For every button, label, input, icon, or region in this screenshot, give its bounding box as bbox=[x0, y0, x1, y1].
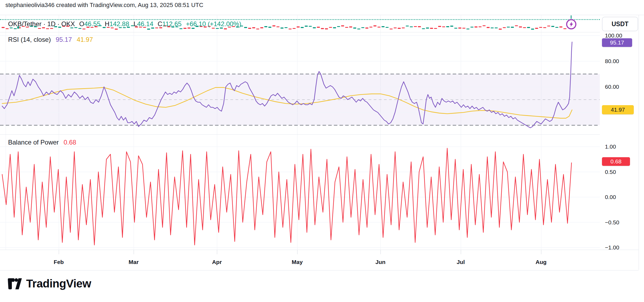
mini-candle bbox=[386, 27, 389, 28]
ohlc-low: L46.14 bbox=[134, 20, 153, 28]
mini-candle bbox=[470, 27, 473, 28]
mini-candle bbox=[285, 27, 288, 28]
mini-candle bbox=[212, 28, 215, 29]
attribution-text: stephanieolivia346 created with TradingV… bbox=[5, 2, 203, 9]
month-label[interactable]: Feb bbox=[54, 259, 64, 265]
tradingview-wordmark: TradingView bbox=[26, 277, 91, 290]
mini-candle bbox=[46, 28, 49, 29]
mini-candle bbox=[147, 29, 150, 30]
mini-candle bbox=[6, 28, 9, 29]
month-label[interactable]: Mar bbox=[129, 259, 139, 265]
lightning-bolt-icon[interactable] bbox=[566, 19, 576, 29]
mini-candle bbox=[2, 27, 5, 28]
mini-candle bbox=[276, 26, 279, 28]
mini-candle bbox=[321, 28, 324, 29]
mini-candle bbox=[394, 28, 397, 29]
mini-candle bbox=[353, 28, 356, 29]
mini-candle bbox=[527, 27, 530, 28]
bop-panel[interactable]: Balance of Power 0.68 bbox=[0, 134, 600, 250]
mini-candle bbox=[406, 26, 409, 27]
chart-right-border bbox=[639, 15, 639, 270]
scale-label: 80.00 bbox=[605, 58, 619, 65]
mini-candle bbox=[507, 27, 510, 28]
mini-candle bbox=[357, 29, 360, 30]
symbol-info-bar: OKB/Tether · 1D · OKX O46.55 H142.88 L46… bbox=[8, 20, 241, 28]
rsi-header: RSI (14, close) 95.17 41.97 bbox=[8, 36, 93, 43]
bolt-glyph bbox=[568, 21, 574, 27]
mini-candle bbox=[418, 26, 421, 27]
mini-candle bbox=[438, 26, 441, 27]
mini-candle bbox=[309, 26, 312, 27]
price-badge: 0.68 bbox=[602, 157, 630, 166]
month-label[interactable]: Aug bbox=[536, 259, 547, 265]
ohlc-close: C112.65 bbox=[158, 20, 182, 28]
month-tick bbox=[380, 250, 381, 254]
currency-toggle-button[interactable]: USDT bbox=[602, 17, 638, 31]
change-value: +66.10 (+142.00%) bbox=[186, 20, 241, 28]
mini-candle bbox=[422, 28, 425, 29]
mini-candle bbox=[378, 27, 380, 28]
mini-candle bbox=[410, 26, 413, 28]
mini-candle bbox=[479, 26, 482, 28]
mini-candle bbox=[555, 27, 558, 28]
mini-candle bbox=[503, 27, 506, 28]
price-scale[interactable]: 100.0080.0060.0040.001.000.500.00−0.50−1… bbox=[600, 15, 644, 250]
mini-candle bbox=[458, 28, 461, 29]
mini-candle bbox=[430, 28, 433, 29]
mini-candle bbox=[281, 28, 283, 29]
mini-candle bbox=[563, 28, 566, 29]
chart-widget[interactable]: OKB/Tether · 1D · OKX O46.55 H142.88 L46… bbox=[0, 15, 644, 270]
mini-candle bbox=[547, 26, 550, 27]
mini-candle bbox=[337, 26, 340, 27]
mini-candle bbox=[82, 29, 85, 30]
mini-candle bbox=[382, 26, 385, 27]
scale-label: 60.00 bbox=[605, 83, 619, 90]
mini-candle bbox=[305, 26, 308, 27]
mini-candle bbox=[434, 28, 437, 29]
month-label[interactable]: May bbox=[292, 259, 303, 265]
mini-candle bbox=[466, 29, 469, 30]
mini-candle bbox=[361, 27, 364, 28]
mini-candle bbox=[333, 27, 336, 28]
mini-candle bbox=[78, 28, 81, 29]
month-label[interactable]: Jul bbox=[457, 259, 465, 265]
month-label[interactable]: Apr bbox=[212, 259, 222, 265]
mini-candle bbox=[450, 26, 453, 27]
mini-candle bbox=[115, 29, 118, 30]
time-axis[interactable]: FebMarAprMayJunJulAug bbox=[0, 250, 639, 270]
symbol-title[interactable]: OKB/Tether · 1D · OKX bbox=[8, 20, 75, 28]
mini-candle bbox=[483, 25, 486, 26]
mini-candle bbox=[317, 27, 320, 28]
mini-candle bbox=[297, 26, 300, 28]
month-tick bbox=[134, 250, 134, 254]
mini-candle bbox=[329, 27, 332, 28]
mini-candle bbox=[293, 28, 296, 29]
mini-candle bbox=[14, 28, 17, 29]
mini-candle bbox=[446, 26, 449, 27]
mini-candle bbox=[495, 28, 498, 29]
last-bar-tick bbox=[571, 15, 572, 19]
mini-candle bbox=[511, 27, 514, 28]
mini-candle bbox=[260, 27, 263, 28]
rsi-title[interactable]: RSI (14, close) bbox=[8, 36, 51, 43]
mini-candle bbox=[289, 29, 292, 30]
mini-candle bbox=[183, 28, 186, 29]
mini-candle bbox=[325, 28, 328, 29]
mini-candle bbox=[491, 28, 494, 29]
footer: TradingView bbox=[7, 277, 91, 290]
month-label[interactable]: Jun bbox=[375, 259, 385, 265]
month-tick bbox=[217, 250, 217, 254]
mini-candle bbox=[499, 29, 502, 30]
mini-candle bbox=[365, 28, 368, 29]
rsi-panel[interactable]: RSI (14, close) 95.17 41.97 bbox=[0, 32, 600, 135]
rsi-band bbox=[0, 74, 600, 125]
scale-label: 0.50 bbox=[605, 169, 616, 176]
mini-candle bbox=[244, 27, 247, 28]
mini-candle bbox=[179, 28, 182, 29]
mini-candle bbox=[543, 27, 546, 28]
mini-candle bbox=[442, 26, 445, 28]
price-panel[interactable]: OKB/Tether · 1D · OKX O46.55 H142.88 L46… bbox=[0, 15, 600, 32]
bop-title[interactable]: Balance of Power bbox=[8, 139, 59, 146]
tradingview-logo-icon bbox=[7, 278, 22, 290]
mini-candle bbox=[398, 28, 401, 29]
